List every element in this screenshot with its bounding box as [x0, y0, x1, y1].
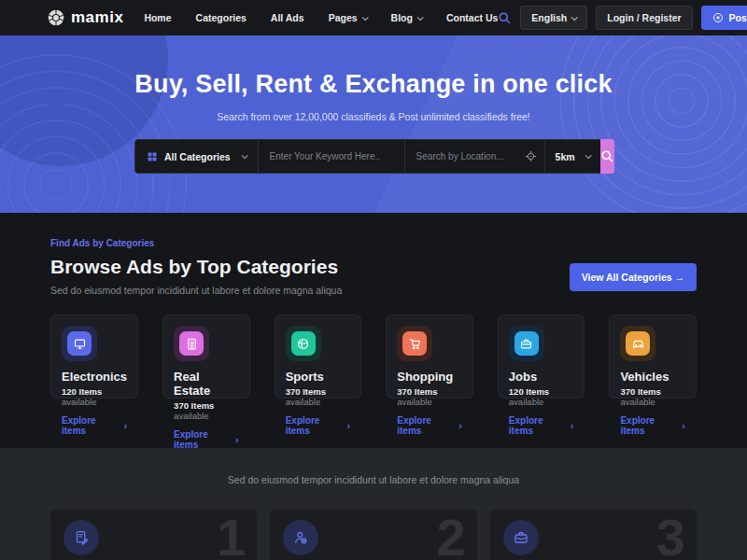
category-card-real-estate[interactable]: Real Estate 370 Items available Explore …: [162, 315, 250, 399]
category-card-grid: Electronics 120 Items available Explore …: [50, 315, 697, 399]
category-icon-wrap: [397, 326, 432, 361]
categories-title: Browse Ads by Top Categories: [50, 256, 342, 278]
category-items-count: 120 Items available: [509, 386, 574, 407]
ball-icon: [291, 331, 316, 356]
explore-items-link[interactable]: Explore items›: [174, 429, 239, 450]
categories-section: Find Ads by Categories Browse Ads by Top…: [0, 213, 747, 399]
nav-blog[interactable]: Blog: [391, 12, 422, 23]
explore-items-link[interactable]: Explore items›: [509, 415, 574, 436]
category-items-count: 370 Items available: [397, 386, 462, 407]
categories-subtitle: Sed do eiusmod tempor incididunt ut labo…: [50, 285, 342, 296]
view-all-categories-button[interactable]: View All Categories →: [570, 263, 697, 291]
step-card-post-advert[interactable]: 2 Post An Advert Sed do eiusmod tempor i…: [270, 510, 476, 560]
category-icon-wrap: [620, 326, 655, 361]
category-items-count: 370 Items available: [620, 386, 685, 407]
category-name: Real Estate: [174, 370, 239, 398]
category-name: Electronics: [62, 370, 127, 384]
page: mamix Home Categories All Ads Pages Blog…: [0, 0, 747, 560]
hero-title: Buy, Sell, Rent & Exchange in one click: [0, 35, 747, 99]
chevron-right-icon: ›: [123, 421, 127, 431]
step-number: 2: [437, 511, 466, 560]
step-number: 1: [217, 511, 246, 560]
category-card-jobs[interactable]: Jobs 120 Items available Explore items›: [498, 315, 585, 399]
chevron-right-icon: ›: [235, 435, 239, 445]
step-card-create-account[interactable]: 1 Create An Account Sed do eiusmod tempo…: [50, 510, 257, 560]
category-icon-wrap: [509, 326, 544, 361]
hero-search-bar: All Categories 5km: [134, 139, 613, 174]
chevron-right-icon: ›: [682, 421, 685, 431]
nav-pages[interactable]: Pages: [329, 12, 367, 23]
chevron-right-icon: ›: [347, 421, 351, 431]
how-it-works-subtitle: Sed do eiusmod tempor incididunt ut labo…: [50, 474, 697, 485]
locate-target-icon[interactable]: [525, 150, 537, 162]
keyword-segment: [259, 140, 405, 173]
category-dropdown-label: All Categories: [164, 151, 231, 162]
nav-all-ads[interactable]: All Ads: [271, 12, 304, 23]
grid-icon: [147, 151, 158, 162]
chevron-right-icon: ›: [458, 421, 462, 431]
cart-icon: [402, 331, 427, 356]
category-card-electronics[interactable]: Electronics 120 Items available Explore …: [50, 315, 138, 399]
search-submit-button[interactable]: [600, 139, 614, 174]
explore-items-link[interactable]: Explore items›: [286, 415, 351, 436]
category-name: Shopping: [397, 370, 462, 384]
nav-blog-label: Blog: [391, 12, 413, 23]
search-icon: [600, 149, 614, 163]
location-input[interactable]: [405, 151, 525, 161]
location-segment: [405, 140, 545, 173]
nav-pages-label: Pages: [329, 12, 358, 23]
user-add-icon: [283, 520, 318, 555]
building-icon: [179, 331, 204, 356]
category-dropdown[interactable]: All Categories: [135, 140, 259, 173]
radius-label: 5km: [556, 151, 575, 162]
login-register-button[interactable]: Login / Register: [596, 6, 692, 30]
car-icon: [626, 331, 650, 356]
hero-section: Buy, Sell, Rent & Exchange in one click …: [0, 35, 747, 213]
chevron-right-icon: ›: [571, 421, 574, 431]
main-nav: Home Categories All Ads Pages Blog Conta…: [144, 12, 498, 23]
brand-logo[interactable]: mamix: [47, 8, 123, 27]
explore-items-link[interactable]: Explore items›: [62, 415, 127, 436]
step-card-start-earning[interactable]: 3 Start Earning Sed do eiusmod tempor in…: [490, 510, 697, 560]
category-icon-wrap: [62, 326, 97, 361]
search-icon[interactable]: [498, 11, 512, 25]
categories-header-row: Browse Ads by Top Categories Sed do eius…: [50, 256, 697, 296]
nav-home[interactable]: Home: [144, 12, 171, 23]
plus-circle-icon: [712, 12, 724, 23]
nav-categories[interactable]: Categories: [196, 12, 247, 23]
mamix-logo-icon: [47, 8, 65, 27]
explore-items-link[interactable]: Explore items›: [620, 415, 685, 436]
category-name: Sports: [286, 370, 351, 384]
how-it-works-section: Sed do eiusmod tempor incididunt ut labo…: [0, 448, 747, 560]
keyword-input[interactable]: [259, 151, 404, 161]
hero-subtitle: Search from over 12,00,000 classifieds &…: [0, 111, 747, 122]
category-card-sports[interactable]: Sports 370 Items available Explore items…: [275, 315, 362, 399]
briefcase-icon: [503, 520, 539, 555]
radius-dropdown[interactable]: 5km: [545, 140, 600, 173]
nav-contact-us[interactable]: Contact Us: [446, 12, 498, 23]
language-label: English: [531, 12, 567, 23]
chevron-down-icon: [571, 14, 578, 21]
category-items-count: 370 Items available: [174, 400, 239, 421]
language-dropdown[interactable]: English: [520, 6, 587, 30]
brand-name: mamix: [71, 8, 123, 27]
chevron-down-icon: [585, 152, 591, 159]
category-name: Vehicles: [620, 370, 685, 384]
categories-heading-group: Browse Ads by Top Categories Sed do eius…: [50, 256, 342, 296]
category-items-count: 120 Items available: [62, 386, 127, 407]
category-icon-wrap: [286, 326, 321, 361]
navbar-actions: English Login / Register Post Your Ad: [498, 6, 747, 30]
chevron-down-icon: [241, 152, 247, 159]
monitor-icon: [67, 331, 92, 356]
category-card-vehicles[interactable]: Vehicles 370 Items available Explore ite…: [609, 315, 697, 399]
steps-grid: 1 Create An Account Sed do eiusmod tempo…: [50, 510, 697, 560]
briefcase-icon: [514, 331, 539, 356]
category-card-shopping[interactable]: Shopping 370 Items available Explore ite…: [386, 315, 473, 399]
navbar: mamix Home Categories All Ads Pages Blog…: [0, 0, 747, 35]
step-number: 3: [656, 511, 685, 560]
post-your-ad-button[interactable]: Post Your Ad: [701, 6, 747, 30]
category-icon-wrap: [174, 326, 209, 361]
category-items-count: 370 Items available: [286, 386, 351, 407]
post-your-ad-label: Post Your Ad: [729, 12, 747, 23]
explore-items-link[interactable]: Explore items›: [397, 415, 462, 436]
